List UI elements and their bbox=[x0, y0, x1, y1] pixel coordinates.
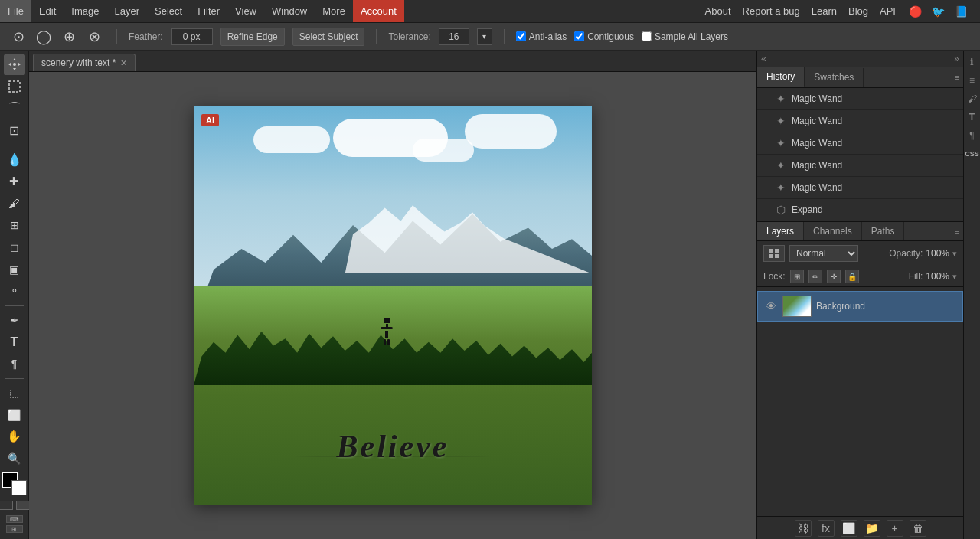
tolerance-input[interactable] bbox=[439, 28, 469, 45]
field-lines bbox=[194, 345, 592, 505]
info-icon[interactable]: ℹ bbox=[965, 54, 980, 70]
history-item-6[interactable]: ⬡ Expand bbox=[757, 199, 963, 221]
lasso2-tool-icon[interactable]: ◯ bbox=[33, 26, 54, 47]
type-icon[interactable]: T bbox=[965, 109, 980, 125]
crop-tool[interactable]: ⊡ bbox=[4, 120, 25, 141]
sample-all-layers-group[interactable]: Sample All Layers bbox=[642, 31, 728, 42]
tab-channels[interactable]: Channels bbox=[804, 222, 862, 240]
fill-dropdown[interactable]: ▾ bbox=[952, 272, 957, 282]
tab-paths[interactable]: Paths bbox=[862, 222, 905, 240]
extra-icon[interactable]: ⊞ bbox=[6, 525, 23, 533]
canvas-image[interactable]: Believe AI bbox=[194, 106, 592, 505]
layer-effects-icon[interactable]: fx bbox=[818, 520, 835, 537]
history-item-3[interactable]: ✦ Magic Wand bbox=[757, 132, 963, 155]
menu-learn[interactable]: Learn bbox=[812, 5, 837, 17]
tab-layers[interactable]: Layers bbox=[757, 222, 804, 240]
paragraph-tool[interactable]: ¶ bbox=[4, 354, 25, 374]
tab-close-button[interactable]: ✕ bbox=[120, 58, 127, 68]
pen-tool[interactable]: ✒ bbox=[4, 310, 25, 331]
create-layer-icon[interactable]: + bbox=[887, 520, 903, 537]
brush-tool[interactable]: 🖌 bbox=[4, 193, 25, 214]
layers-menu-icon[interactable]: ≡ bbox=[955, 227, 959, 236]
marquee-tool[interactable] bbox=[4, 77, 25, 97]
tolerance-dropdown[interactable]: ▾ bbox=[477, 28, 492, 45]
eyedropper-tool[interactable]: 💧 bbox=[4, 149, 25, 170]
css-icon[interactable]: CSS bbox=[965, 146, 980, 162]
eraser-tool[interactable]: ◻ bbox=[4, 237, 25, 258]
lasso-tool[interactable]: ⌒ bbox=[4, 98, 25, 119]
lock-all-icon[interactable]: 🔒 bbox=[845, 270, 859, 283]
select-subject-button[interactable]: Select Subject bbox=[292, 28, 365, 46]
opacity-dropdown[interactable]: ▾ bbox=[952, 249, 957, 259]
stamp-tool[interactable]: ⊞ bbox=[4, 215, 25, 236]
menu-more[interactable]: More bbox=[315, 0, 353, 22]
screen-mode-icon[interactable] bbox=[16, 501, 30, 510]
hand-tool[interactable]: ✋ bbox=[4, 426, 25, 447]
link-layers-icon[interactable]: ⛓ bbox=[795, 520, 812, 537]
panel-collapse-left[interactable]: « bbox=[761, 54, 766, 64]
menu-edit[interactable]: Edit bbox=[31, 0, 64, 22]
text-tool[interactable]: T bbox=[4, 332, 25, 352]
lock-position-icon[interactable]: ✛ bbox=[827, 270, 841, 283]
heal-tool[interactable]: ✚ bbox=[4, 171, 25, 191]
menu-layer[interactable]: Layer bbox=[107, 0, 148, 22]
dodge-tool[interactable]: ⚬ bbox=[4, 281, 25, 302]
feather-input[interactable] bbox=[171, 28, 213, 45]
facebook-icon[interactable]: 📘 bbox=[953, 4, 969, 19]
layer-name: Background bbox=[816, 301, 956, 312]
sample-all-layers-checkbox[interactable] bbox=[642, 31, 652, 41]
tab-history[interactable]: History bbox=[757, 67, 805, 87]
menu-filter[interactable]: Filter bbox=[190, 0, 227, 22]
refine-edge-button[interactable]: Refine Edge bbox=[220, 28, 285, 46]
menu-about[interactable]: About bbox=[705, 5, 731, 17]
move-tool[interactable] bbox=[4, 54, 25, 75]
contiguous-group[interactable]: Contiguous bbox=[574, 31, 634, 42]
transform-tool[interactable]: ⬚ bbox=[4, 383, 25, 403]
lock-transparency-icon[interactable]: ⊞ bbox=[790, 270, 804, 283]
create-group-icon[interactable]: 📁 bbox=[864, 520, 880, 537]
reddit-icon[interactable]: 🔴 bbox=[907, 4, 923, 19]
background-color[interactable] bbox=[11, 480, 27, 495]
layer-type-icon[interactable] bbox=[763, 245, 785, 262]
shape-tool[interactable]: ⬜ bbox=[4, 404, 25, 425]
canvas-tab[interactable]: scenery with text * ✕ bbox=[33, 54, 136, 71]
menu-window[interactable]: Window bbox=[264, 0, 315, 22]
gradient-tool[interactable]: ▣ bbox=[4, 259, 25, 279]
lasso4-tool-icon[interactable]: ⊗ bbox=[83, 26, 105, 47]
menu-account[interactable]: Account bbox=[353, 0, 404, 22]
lasso3-tool-icon[interactable]: ⊕ bbox=[58, 26, 80, 47]
paint-icon[interactable]: 🖌 bbox=[965, 91, 980, 106]
history-item-1[interactable]: ✦ Magic Wand bbox=[757, 88, 963, 110]
anti-alias-checkbox[interactable] bbox=[516, 31, 526, 41]
history-item-2[interactable]: ✦ Magic Wand bbox=[757, 110, 963, 132]
quick-mask-icon[interactable] bbox=[0, 501, 13, 510]
history-item-4[interactable]: ✦ Magic Wand bbox=[757, 155, 963, 177]
panel-collapse-right[interactable]: » bbox=[954, 54, 959, 64]
history-item-1-label: Magic Wand bbox=[792, 93, 842, 104]
anti-alias-group[interactable]: Anti-alias bbox=[516, 31, 567, 42]
layer-background[interactable]: 👁 Background bbox=[757, 291, 963, 322]
paragraph-icon[interactable]: ¶ bbox=[965, 128, 980, 143]
keyboard-shortcuts-icon[interactable]: ⌨ bbox=[6, 515, 23, 523]
menu-file[interactable]: File bbox=[0, 0, 31, 22]
menu-select[interactable]: Select bbox=[147, 0, 190, 22]
menu-image[interactable]: Image bbox=[64, 0, 106, 22]
layer-visibility-toggle[interactable]: 👁 bbox=[764, 300, 778, 312]
twitter-icon[interactable]: 🐦 bbox=[930, 4, 946, 19]
menu-view[interactable]: View bbox=[227, 0, 264, 22]
add-mask-icon[interactable]: ⬜ bbox=[841, 520, 858, 537]
zoom-tool[interactable]: 🔍 bbox=[4, 449, 25, 469]
menu-report-bug[interactable]: Report a bug bbox=[743, 5, 800, 17]
canvas-viewport[interactable]: Believe AI bbox=[29, 72, 756, 539]
lock-image-icon[interactable]: ✏ bbox=[808, 270, 822, 283]
delete-layer-icon[interactable]: 🗑 bbox=[910, 520, 926, 537]
lasso-tool-icon[interactable]: ⊙ bbox=[8, 26, 29, 47]
history-panel-menu[interactable]: ≡ bbox=[955, 73, 959, 82]
history-item-5[interactable]: ✦ Magic Wand bbox=[757, 177, 963, 199]
contiguous-checkbox[interactable] bbox=[574, 31, 584, 41]
tab-swatches[interactable]: Swatches bbox=[805, 68, 864, 87]
blend-mode-select[interactable]: Normal Multiply Screen Overlay bbox=[789, 245, 858, 262]
properties-icon[interactable]: ≡ bbox=[965, 73, 980, 88]
menu-blog[interactable]: Blog bbox=[848, 5, 868, 17]
menu-api[interactable]: API bbox=[880, 5, 896, 17]
